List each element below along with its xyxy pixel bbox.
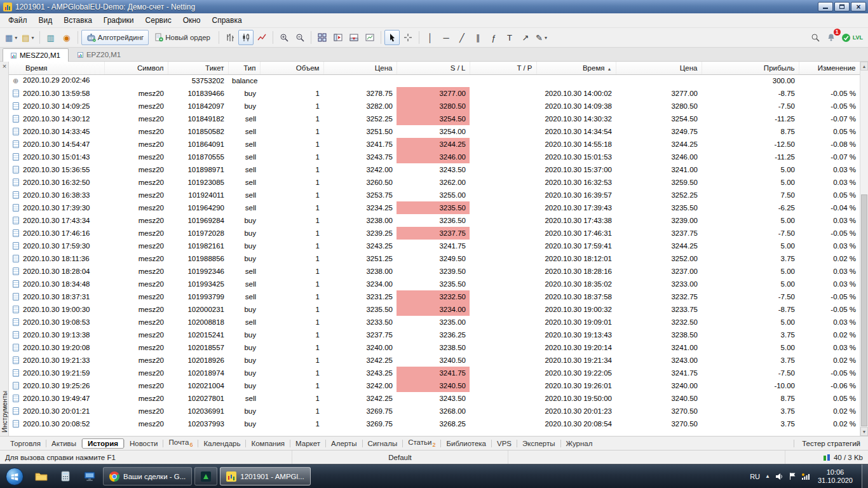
toolbox-tab[interactable]: Новости: [125, 438, 163, 449]
network-icon[interactable]: [801, 473, 810, 480]
status-connection[interactable]: 40 / 3 Kb: [785, 451, 868, 464]
candlestick-chart-button[interactable]: [238, 30, 254, 45]
column-header[interactable]: Цена: [616, 62, 702, 74]
chart-tab[interactable]: MESZ20,M1: [3, 48, 69, 62]
toolbox-tab[interactable]: Журнал: [561, 438, 598, 449]
history-row[interactable]: 2020.10.30 19:21:33mesz20102018926buy132…: [9, 354, 860, 367]
history-row[interactable]: 2020.10.30 16:38:33mesz20101924011sell13…: [9, 189, 860, 201]
volume-icon[interactable]: [775, 473, 783, 480]
history-row[interactable]: 2020.10.30 20:01:21mesz20102036991buy132…: [9, 405, 860, 417]
cursor-button[interactable]: [384, 30, 400, 45]
toolbox-tab[interactable]: История: [82, 438, 124, 449]
navigator-panel-button[interactable]: [330, 30, 346, 45]
history-row[interactable]: 2020.10.30 19:25:26mesz20102021004buy132…: [9, 379, 860, 392]
bar-chart-button[interactable]: [222, 30, 238, 45]
language-indicator[interactable]: RU: [750, 473, 760, 480]
broadcast-button[interactable]: ◉: [59, 30, 74, 45]
history-row[interactable]: 2020.10.30 17:59:30mesz20101982161buy132…: [9, 240, 860, 252]
history-row[interactable]: 2020.10.30 15:01:43mesz20101870555sell13…: [9, 151, 860, 163]
history-row[interactable]: 2020.10.30 13:59:58mesz20101839466buy132…: [9, 87, 860, 100]
toolbox-tab[interactable]: Компания: [246, 438, 290, 449]
scrollbar-thumb[interactable]: [861, 194, 867, 426]
panel-close-button[interactable]: ×: [0, 62, 9, 71]
clock[interactable]: 10:06 31.10.2020: [815, 468, 855, 485]
menu-item[interactable]: Вставка: [58, 14, 98, 27]
tools-vertical-tab[interactable]: Инструменты: [1, 391, 8, 432]
community-button[interactable]: LVL: [839, 30, 865, 45]
trendline-button[interactable]: ╱: [454, 30, 470, 45]
history-row[interactable]: 2020.10.30 19:20:08mesz20102018557buy132…: [9, 341, 860, 354]
history-row[interactable]: 2020.10.30 14:33:45mesz20101850582sell13…: [9, 125, 860, 138]
chart-tab[interactable]: EPZ20,M1: [69, 48, 129, 61]
zoom-in-button[interactable]: [276, 30, 292, 45]
column-header[interactable]: Тикет: [168, 62, 228, 74]
search-button[interactable]: [808, 30, 823, 45]
crosshair-button[interactable]: [400, 30, 416, 45]
horizontal-line-button[interactable]: ─: [438, 30, 454, 45]
history-row[interactable]: 2020.10.30 19:49:47mesz20102027801sell13…: [9, 392, 860, 405]
explorer-button[interactable]: [30, 467, 53, 485]
history-row[interactable]: 2020.10.30 19:13:38mesz20102015241buy132…: [9, 329, 860, 341]
show-hidden-icons[interactable]: ▲: [765, 473, 770, 479]
toolbox-tab[interactable]: Статьи2: [403, 437, 440, 449]
new-chart-button[interactable]: ▦▾: [3, 30, 19, 45]
history-row[interactable]: 2020.10.30 18:34:48mesz20101993425sell13…: [9, 278, 860, 290]
strategy-tester-tab[interactable]: Тестер стратегий: [794, 440, 868, 447]
notifications-button[interactable]: 1: [824, 30, 839, 45]
new-order-button[interactable]: Новый ордер: [149, 30, 215, 45]
history-row[interactable]: 2020.10.30 18:37:31mesz20101993799sell13…: [9, 290, 860, 303]
toolbox-tab[interactable]: Активы: [46, 438, 81, 449]
menu-item[interactable]: Сервис: [140, 14, 177, 27]
toolbox-tab[interactable]: Маркет: [290, 438, 325, 449]
column-header[interactable]: S / L: [397, 62, 470, 74]
menu-item[interactable]: Графики: [98, 14, 140, 27]
toolbox-tab[interactable]: Почта6: [163, 437, 198, 449]
column-header[interactable]: T / P: [470, 62, 536, 74]
arrow-tool-button[interactable]: ↗: [518, 30, 533, 45]
start-button[interactable]: [0, 464, 29, 488]
menu-item[interactable]: Справка: [207, 14, 248, 27]
scroll-up-icon[interactable]: ▲: [860, 62, 868, 71]
calculator-button[interactable]: [54, 467, 77, 485]
history-row[interactable]: 2020.10.30 16:32:50mesz20101923085sell13…: [9, 176, 860, 189]
algo-trading-button[interactable]: Алготрейдинг: [81, 30, 149, 45]
profiles-button[interactable]: ▤▾: [20, 30, 36, 45]
column-header[interactable]: Объем: [260, 62, 323, 74]
column-header[interactable]: Изменение: [799, 62, 860, 74]
action-center-flag-icon[interactable]: [789, 472, 796, 480]
taskbar-app[interactable]: Ваши сделки - G...: [103, 467, 192, 485]
zoom-out-button[interactable]: [292, 30, 308, 45]
toolbox-tab[interactable]: Алерты: [326, 438, 362, 449]
strategy-tester-button[interactable]: [362, 30, 377, 45]
history-row[interactable]: 2020.10.30 15:36:55mesz20101898971sell13…: [9, 163, 860, 176]
history-row[interactable]: 2020.10.30 18:28:04mesz20101992346sell13…: [9, 265, 860, 278]
toolbox-tab[interactable]: Эксперты: [517, 438, 560, 449]
status-profile[interactable]: Default: [292, 451, 508, 464]
column-header[interactable]: Тип: [228, 62, 260, 74]
fibonacci-button[interactable]: ƒ: [486, 30, 501, 45]
vertical-line-button[interactable]: │: [423, 30, 438, 45]
menu-item[interactable]: Вид: [33, 14, 58, 27]
history-row[interactable]: 2020.10.30 17:46:16mesz20101972028buy132…: [9, 227, 860, 240]
column-header[interactable]: Время▲: [536, 62, 616, 74]
history-row[interactable]: 2020.10.30 17:43:34mesz20101969284buy132…: [9, 214, 860, 227]
line-chart-button[interactable]: [254, 30, 269, 45]
menu-item[interactable]: Файл: [3, 14, 33, 27]
text-tool-button[interactable]: T: [502, 30, 517, 45]
history-row[interactable]: 2020.10.30 14:54:47mesz20101864091sell13…: [9, 138, 860, 151]
history-row[interactable]: 2020.10.30 19:08:53mesz20102008818sell13…: [9, 316, 860, 329]
toolbox-tab[interactable]: Сигналы: [363, 438, 403, 449]
history-row[interactable]: 2020.10.29 20:02:4653753202balance300.00: [9, 74, 860, 87]
show-desktop-button[interactable]: [862, 464, 868, 488]
column-header[interactable]: Символ: [104, 62, 168, 74]
computer-button[interactable]: [78, 467, 101, 485]
toolbox-tab[interactable]: Торговля: [5, 438, 46, 449]
maximize-button[interactable]: [834, 2, 850, 11]
taskbar-app[interactable]: 1201901 - AMPGl...: [220, 467, 310, 485]
channel-button[interactable]: ∥: [470, 30, 485, 45]
column-header[interactable]: Время: [9, 62, 104, 74]
history-row[interactable]: 2020.10.30 20:08:52mesz20102037993buy132…: [9, 417, 860, 430]
history-row[interactable]: 2020.10.30 19:21:59mesz20102018974buy132…: [9, 367, 860, 379]
history-row[interactable]: 2020.10.30 14:09:25mesz20101842097buy132…: [9, 100, 860, 112]
toolbox-tab[interactable]: Календарь: [198, 438, 245, 449]
